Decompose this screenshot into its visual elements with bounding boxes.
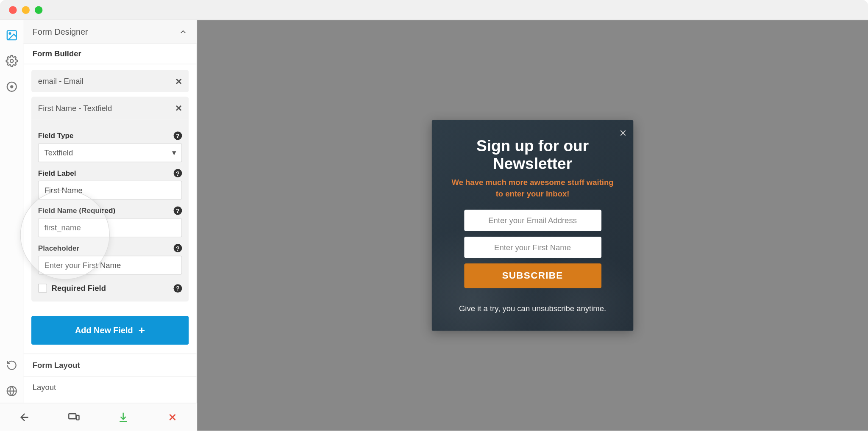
panel-title: Form Designer bbox=[33, 27, 88, 36]
preview-canvas: × Sign up for ourNewsletter We have much… bbox=[197, 20, 868, 431]
field-type-label: Field Type bbox=[38, 132, 74, 140]
target-icon[interactable] bbox=[6, 80, 18, 93]
download-icon[interactable] bbox=[117, 411, 129, 423]
help-icon[interactable]: ? bbox=[174, 284, 182, 293]
modal-title: Sign up for ourNewsletter bbox=[448, 137, 618, 173]
section-title: Form Builder bbox=[23, 44, 196, 64]
help-icon[interactable]: ? bbox=[174, 207, 182, 215]
field-item-label: email - Email bbox=[38, 77, 83, 86]
field-details-panel: Field Type ? Textfield ▾ Field Label ? bbox=[31, 119, 189, 301]
close-icon[interactable]: × bbox=[175, 102, 182, 113]
placeholder-input[interactable] bbox=[38, 256, 182, 275]
bottom-toolbar bbox=[0, 403, 197, 431]
field-item-firstname[interactable]: First Name - Textfield × bbox=[31, 97, 189, 119]
gear-icon[interactable] bbox=[6, 55, 18, 67]
field-item-label: First Name - Textfield bbox=[38, 103, 112, 112]
chevron-down-icon: ▾ bbox=[172, 148, 176, 157]
svg-rect-7 bbox=[76, 415, 79, 420]
close-icon[interactable]: × bbox=[620, 126, 627, 140]
modal-footer: Give it a try, you can unsubscribe anyti… bbox=[448, 304, 618, 312]
subscribe-button[interactable]: SUBSCRIBE bbox=[464, 263, 601, 288]
window-titlebar bbox=[0, 0, 868, 20]
layout-label: Layout bbox=[23, 377, 196, 400]
history-icon[interactable] bbox=[6, 359, 18, 371]
required-label: Required Field bbox=[52, 284, 106, 293]
field-label-label: Field Label bbox=[38, 169, 76, 177]
close-window-button[interactable] bbox=[9, 6, 17, 14]
svg-point-2 bbox=[10, 59, 13, 62]
add-new-field-button[interactable]: Add New Field + bbox=[31, 316, 189, 345]
svg-point-4 bbox=[11, 86, 13, 88]
field-name-label: Field Name (Required) bbox=[38, 207, 115, 215]
chevron-up-icon bbox=[178, 27, 187, 36]
placeholder-label: Placeholder bbox=[38, 244, 79, 252]
devices-icon[interactable] bbox=[68, 411, 80, 423]
required-checkbox[interactable] bbox=[38, 284, 47, 293]
email-input[interactable]: Enter your Email Address bbox=[464, 210, 601, 231]
image-icon[interactable] bbox=[6, 29, 18, 41]
globe-icon[interactable] bbox=[6, 385, 18, 397]
close-icon[interactable]: × bbox=[175, 75, 182, 86]
maximize-window-button[interactable] bbox=[35, 6, 42, 14]
panel-header[interactable]: Form Designer bbox=[23, 20, 196, 44]
form-layout-header[interactable]: Form Layout bbox=[23, 354, 196, 376]
minimize-window-button[interactable] bbox=[22, 6, 30, 14]
back-icon[interactable] bbox=[19, 411, 31, 423]
help-icon[interactable]: ? bbox=[174, 132, 182, 140]
field-item-email[interactable]: email - Email × bbox=[31, 70, 189, 92]
help-icon[interactable]: ? bbox=[174, 169, 182, 177]
close-icon[interactable] bbox=[166, 411, 178, 423]
sidebar-panel: Form Designer Form Builder email - Email… bbox=[23, 20, 197, 431]
field-name-input[interactable] bbox=[38, 218, 182, 237]
help-icon[interactable]: ? bbox=[174, 244, 182, 252]
field-type-select[interactable]: Textfield ▾ bbox=[38, 143, 182, 162]
newsletter-modal: × Sign up for ourNewsletter We have much… bbox=[432, 120, 634, 331]
modal-subtitle: We have much more awesome stuff waiting … bbox=[448, 177, 618, 199]
add-button-label: Add New Field bbox=[75, 326, 133, 335]
svg-rect-6 bbox=[69, 414, 76, 419]
plus-icon: + bbox=[139, 324, 145, 337]
field-type-value: Textfield bbox=[44, 148, 73, 157]
svg-point-1 bbox=[9, 33, 11, 34]
field-label-input[interactable] bbox=[38, 181, 182, 200]
left-icon-rail bbox=[0, 20, 23, 431]
firstname-input[interactable]: Enter your First Name bbox=[464, 236, 601, 257]
